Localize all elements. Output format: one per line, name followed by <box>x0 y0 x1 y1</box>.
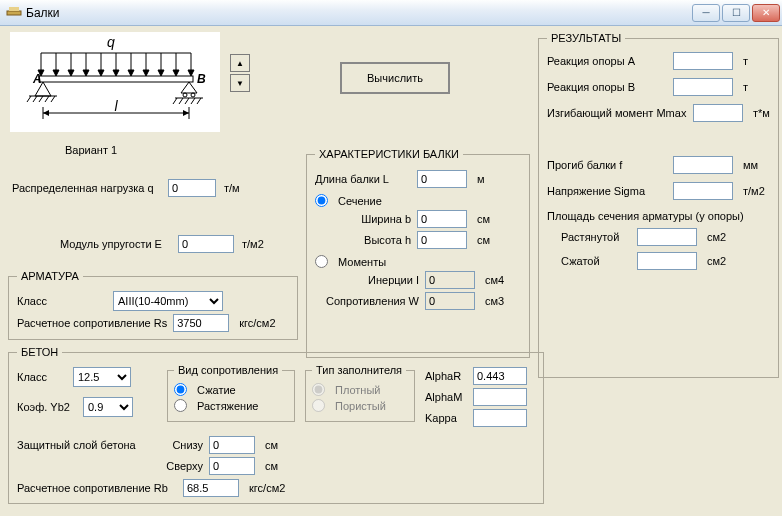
reaction-b-unit: т <box>743 81 748 93</box>
kappa-input[interactable] <box>473 409 527 427</box>
spinner-down-button[interactable]: ▼ <box>230 74 250 92</box>
beam-width-input[interactable] <box>417 210 467 228</box>
svg-line-33 <box>45 96 49 102</box>
cover-top-input[interactable] <box>209 457 255 475</box>
rb-input[interactable] <box>183 479 239 497</box>
concrete-class-label: Класс <box>17 371 67 383</box>
svg-text:B: B <box>197 72 206 86</box>
rb-unit: кгс/см2 <box>249 482 285 494</box>
svg-line-40 <box>179 98 183 104</box>
moments-label: Моменты <box>338 256 386 268</box>
kappa-label: Kappa <box>425 412 467 424</box>
beam-width-unit: см <box>477 213 490 225</box>
beam-length-unit: м <box>477 173 485 185</box>
concrete-class-select[interactable]: 12.5 <box>73 367 131 387</box>
compress-area-unit: см2 <box>707 255 726 267</box>
filler-dense-label: Плотный <box>335 384 381 396</box>
svg-marker-12 <box>98 70 104 76</box>
beam-height-label: Высота h <box>349 234 411 246</box>
svg-line-30 <box>27 96 31 102</box>
distributed-load-unit: т/м <box>224 182 240 194</box>
beam-props-group: ХАРАКТЕРИСТИКИ БАЛКИ Длина балки L м Сеч… <box>306 148 530 358</box>
beam-height-input[interactable] <box>417 231 467 249</box>
deflection-output <box>673 156 733 174</box>
svg-point-37 <box>191 93 195 97</box>
resistance-tension-radio[interactable] <box>174 399 187 412</box>
svg-marker-20 <box>158 70 164 76</box>
mmax-output <box>693 104 743 122</box>
titlebar: Балки ─ ☐ ✕ <box>0 0 782 26</box>
minimize-button[interactable]: ─ <box>692 4 720 22</box>
svg-marker-8 <box>68 70 74 76</box>
section-radio[interactable] <box>315 194 328 207</box>
beam-diagram: q A B <box>10 32 220 132</box>
rebar-rs-input[interactable] <box>173 314 229 332</box>
filler-dense-radio <box>312 383 325 396</box>
alphaR-input[interactable] <box>473 367 527 385</box>
cover-bottom-label: Снизу <box>163 439 203 451</box>
svg-marker-10 <box>83 70 89 76</box>
compress-area-label: Сжатой <box>561 255 631 267</box>
rebar-rs-label: Расчетное сопротивление Rs <box>17 317 167 329</box>
resistance-type-group: Вид сопротивления Сжатие Растяжение <box>167 364 295 422</box>
alphaM-input[interactable] <box>473 388 527 406</box>
beam-width-label: Ширина b <box>349 213 411 225</box>
resistance-compress-radio[interactable] <box>174 383 187 396</box>
svg-marker-24 <box>188 70 194 76</box>
svg-line-42 <box>191 98 195 104</box>
svg-point-36 <box>183 93 187 97</box>
rebar-rs-unit: кгс/см2 <box>239 317 275 329</box>
beam-props-legend: ХАРАКТЕРИСТИКИ БАЛКИ <box>315 148 463 160</box>
deflection-label: Прогиб балки f <box>547 159 667 171</box>
rebar-group: АРМАТУРА Класс AIII(10-40mm) Расчетное с… <box>8 270 298 340</box>
cover-top-unit: см <box>265 460 278 472</box>
resistance-tension-label: Растяжение <box>197 400 258 412</box>
rb-label: Расчетное сопротивление Rb <box>17 482 177 494</box>
rebar-class-select[interactable]: AIII(10-40mm) <box>113 291 223 311</box>
beam-length-label: Длина балки L <box>315 173 411 185</box>
svg-rect-1 <box>9 7 19 11</box>
results-legend: РЕЗУЛЬТАТЫ <box>547 32 625 44</box>
reaction-a-unit: т <box>743 55 748 67</box>
distributed-load-input[interactable] <box>168 179 216 197</box>
resist-W-unit: см3 <box>485 295 504 307</box>
resist-W-input <box>425 292 475 310</box>
svg-marker-46 <box>183 110 189 116</box>
cover-bottom-unit: см <box>265 439 278 451</box>
elastic-modulus-input[interactable] <box>178 235 234 253</box>
close-button[interactable]: ✕ <box>752 4 780 22</box>
concrete-legend: БЕТОН <box>17 346 62 358</box>
reaction-b-output <box>673 78 733 96</box>
alphaM-label: AlphaM <box>425 391 467 403</box>
compress-area-output <box>637 252 697 270</box>
svg-marker-35 <box>181 82 197 93</box>
maximize-button[interactable]: ☐ <box>722 4 750 22</box>
deflection-unit: мм <box>743 159 758 171</box>
variant-label: Вариант 1 <box>65 144 117 156</box>
reaction-a-label: Реакция опоры A <box>547 55 667 67</box>
svg-marker-45 <box>43 110 49 116</box>
yb2-select[interactable]: 0.9 <box>83 397 133 417</box>
filler-porous-label: Пористый <box>335 400 386 412</box>
moments-radio[interactable] <box>315 255 328 268</box>
results-group: РЕЗУЛЬТАТЫ Реакция опоры A т Реакция опо… <box>538 32 779 378</box>
svg-line-34 <box>51 96 55 102</box>
concrete-group: БЕТОН Класс 12.5 Коэф. Yb2 0.9 Вид сопро… <box>8 346 544 504</box>
inertia-input <box>425 271 475 289</box>
window-title: Балки <box>26 6 692 20</box>
beam-length-input[interactable] <box>417 170 467 188</box>
mmax-unit: т*м <box>753 107 770 119</box>
svg-line-43 <box>197 98 201 104</box>
filler-porous-radio <box>312 399 325 412</box>
svg-text:A: A <box>32 72 42 86</box>
calculate-button[interactable]: Вычислить <box>340 62 450 94</box>
svg-rect-25 <box>39 76 193 82</box>
sigma-output <box>673 182 733 200</box>
tension-area-output <box>637 228 697 246</box>
tension-area-unit: см2 <box>707 231 726 243</box>
spinner-up-button[interactable]: ▲ <box>230 54 250 72</box>
cover-bottom-input[interactable] <box>209 436 255 454</box>
filler-type-group: Тип заполнителя Плотный Пористый <box>305 364 415 422</box>
cover-top-label: Сверху <box>163 460 203 472</box>
variant-spinner: ▲ ▼ <box>230 54 250 92</box>
